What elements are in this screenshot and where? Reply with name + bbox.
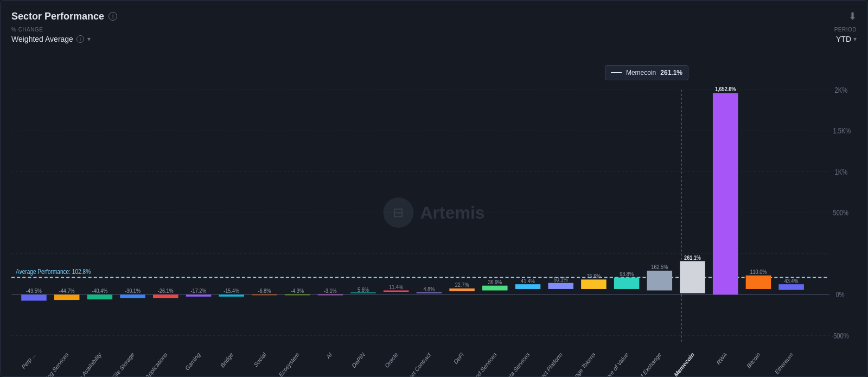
svg-text:Oracle: Oracle: [384, 351, 399, 369]
svg-text:Staking Services: Staking Services: [38, 350, 69, 376]
period-chevron: ▾: [853, 35, 857, 43]
period-value: YTD: [836, 35, 851, 43]
download-icon[interactable]: ⬇: [848, 10, 857, 22]
bar-store-value: [614, 278, 640, 289]
svg-text:4.8%: 4.8%: [424, 286, 435, 292]
page-title: Sector Performance: [11, 11, 104, 22]
svg-text:NFT Applications: NFT Applications: [136, 350, 168, 376]
bar-exchange-tokens: [581, 279, 607, 289]
svg-text:-4.3%: -4.3%: [291, 288, 304, 295]
svg-text:22.7%: 22.7%: [455, 282, 469, 288]
svg-text:Store of Value: Store of Value: [602, 351, 629, 376]
weighted-avg-chevron: ▾: [87, 35, 91, 43]
bar-ethereum: [778, 284, 804, 290]
svg-text:Exchange Tokens: Exchange Tokens: [563, 350, 596, 376]
svg-text:500%: 500%: [833, 209, 848, 217]
bar-btc-eco: [285, 295, 310, 295]
bar-gen1: [417, 292, 442, 293]
svg-text:-500%: -500%: [831, 331, 848, 340]
svg-text:File Storage: File Storage: [111, 351, 135, 376]
svg-text:Perp ...: Perp ...: [21, 351, 36, 371]
svg-text:110.0%: 110.0%: [750, 269, 767, 275]
bar-bridge: [219, 295, 244, 297]
weighted-avg-info-icon[interactable]: i: [76, 35, 84, 43]
weighted-avg-label: Weighted Average: [11, 35, 73, 43]
svg-text:Memecoin: Memecoin: [673, 351, 695, 376]
bar-rwa: [713, 93, 738, 295]
svg-text:36.9%: 36.9%: [488, 279, 502, 285]
svg-text:-40.4%: -40.4%: [92, 288, 107, 295]
bar-bitcoin: [746, 276, 771, 289]
svg-text:-3.1%: -3.1%: [324, 288, 337, 295]
period-label: PERIOD: [834, 27, 857, 33]
svg-text:43.4%: 43.4%: [784, 278, 799, 284]
change-control: % CHANGE Weighted Average i ▾: [11, 27, 91, 43]
period-button[interactable]: YTD ▾: [836, 35, 857, 43]
svg-text:RWA: RWA: [716, 350, 728, 366]
chart-area: ⊟ Artemis Memecoin 261.1%: [11, 49, 857, 376]
bar-perp: [21, 295, 47, 301]
svg-text:Utilities and Services: Utilities and Services: [459, 350, 498, 376]
svg-text:75.9%: 75.9%: [587, 273, 601, 279]
svg-text:-44.7%: -44.7%: [59, 288, 75, 295]
bar-cex: [647, 271, 673, 290]
bar-nft: [153, 295, 178, 298]
svg-text:Bitcoin: Bitcoin: [746, 351, 761, 370]
bar-defi: [449, 289, 475, 291]
svg-text:Gen 1 Smart Contract: Gen 1 Smart Contract: [392, 351, 432, 376]
svg-text:Bitcoin Ecosystem: Bitcoin Ecosystem: [266, 351, 300, 376]
main-container: Sector Performance i ⬇ % CHANGE Weighted…: [0, 0, 868, 377]
svg-text:261.1%: 261.1%: [684, 254, 701, 261]
svg-text:41.4%: 41.4%: [521, 278, 535, 284]
bar-scp: [548, 283, 573, 289]
svg-text:Gaming: Gaming: [184, 351, 201, 372]
svg-text:0%: 0%: [836, 291, 845, 299]
svg-text:11.4%: 11.4%: [389, 284, 403, 290]
svg-text:1,652.6%: 1,652.6%: [715, 86, 736, 92]
svg-text:-30.1%: -30.1%: [125, 288, 141, 295]
svg-text:1K%: 1K%: [835, 168, 847, 176]
svg-text:Bridge: Bridge: [219, 351, 234, 369]
svg-text:Social: Social: [253, 351, 267, 368]
svg-text:AI: AI: [326, 351, 333, 360]
bar-social: [252, 295, 277, 295]
svg-text:Ethereum: Ethereum: [774, 351, 794, 376]
period-control: PERIOD YTD ▾: [834, 27, 857, 43]
title-area: Sector Performance i: [11, 11, 117, 22]
bar-file-storage: [120, 295, 145, 298]
svg-text:1.5K%: 1.5K%: [833, 127, 851, 135]
bar-gaming: [186, 295, 212, 297]
svg-text:-26.1%: -26.1%: [158, 288, 174, 295]
bar-data-avail: [87, 295, 113, 299]
svg-text:93.8%: 93.8%: [620, 271, 634, 277]
svg-text:-15.4%: -15.4%: [224, 288, 239, 295]
svg-text:5.6%: 5.6%: [358, 286, 369, 293]
bar-ai: [318, 295, 343, 295]
weighted-avg-button[interactable]: Weighted Average i ▾: [11, 35, 91, 43]
svg-text:-49.5%: -49.5%: [26, 288, 42, 295]
svg-text:162.5%: 162.5%: [651, 264, 668, 271]
svg-text:DePIN: DePIN: [351, 351, 366, 369]
bar-utilities: [482, 286, 508, 291]
change-label: % CHANGE: [11, 27, 91, 33]
svg-text:Data Availability: Data Availability: [72, 350, 103, 376]
bar-oracle: [384, 290, 409, 292]
svg-text:-17.2%: -17.2%: [191, 288, 207, 295]
bar-staking: [54, 295, 80, 300]
svg-text:50.1%: 50.1%: [554, 276, 568, 283]
svg-text:DeFi: DeFi: [453, 351, 465, 366]
svg-text:-6.8%: -6.8%: [258, 288, 271, 295]
controls-row: % CHANGE Weighted Average i ▾ PERIOD YTD…: [11, 27, 857, 43]
header-row: Sector Performance i ⬇: [11, 10, 857, 22]
svg-text:Data Services: Data Services: [503, 350, 531, 376]
svg-text:2K%: 2K%: [835, 86, 847, 94]
bar-memecoin: [680, 261, 705, 293]
chart-svg: Average Performance: 102.8% 2K% 1.5K% 1K…: [11, 49, 857, 376]
svg-text:Average Performance: 102.8%: Average Performance: 102.8%: [16, 268, 91, 275]
bar-data-services: [515, 284, 541, 289]
title-info-icon[interactable]: i: [108, 12, 117, 21]
